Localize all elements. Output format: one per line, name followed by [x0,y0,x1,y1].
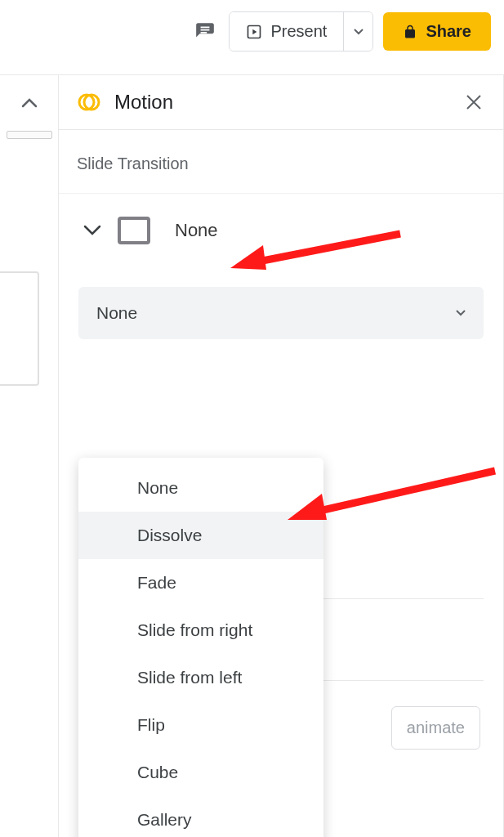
mini-strip [7,131,52,139]
motion-panel: Motion Slide Transition None None animat… [59,75,504,837]
chevron-down-icon [82,220,103,241]
menu-item-none[interactable]: None [78,464,323,512]
present-dropdown-caret[interactable] [343,12,372,51]
main-area: Motion Slide Transition None None animat… [0,75,504,837]
panel-title: Motion [114,91,449,114]
transition-dropdown[interactable]: None [78,287,484,339]
slide-rect-icon [118,217,150,244]
transition-dropdown-menu: NoneDissolveFadeSlide from rightSlide fr… [78,458,323,837]
menu-item-slide-from-right[interactable]: Slide from right [78,606,323,654]
section-label: Slide Transition [59,130,503,194]
menu-item-slide-from-left[interactable]: Slide from left [78,654,323,701]
top-toolbar: Present Share [0,0,504,75]
left-gutter [0,75,59,837]
share-button[interactable]: Share [383,12,491,51]
menu-item-cube[interactable]: Cube [78,749,323,796]
comment-icon[interactable] [191,18,219,46]
panel-header: Motion [59,75,503,130]
menu-item-fade[interactable]: Fade [78,559,323,606]
collapse-button[interactable] [16,90,42,116]
share-label: Share [426,22,471,41]
animate-object-button[interactable]: animate [391,706,480,750]
present-button-group: Present [229,11,373,51]
present-label: Present [270,22,327,41]
current-transition-label: None [175,220,218,241]
close-button[interactable] [462,91,485,114]
menu-item-gallery[interactable]: Gallery [78,796,323,837]
slide-thumbnail[interactable] [0,271,39,386]
close-icon [466,94,482,110]
dropdown-selected-value: None [96,303,137,323]
animate-label: animate [407,718,465,736]
menu-item-dissolve[interactable]: Dissolve [78,512,323,559]
caret-down-icon [456,310,466,316]
lock-icon [403,25,417,39]
present-button[interactable]: Present [230,12,343,51]
chevron-up-icon [21,98,38,108]
motion-icon [77,90,101,114]
transition-row[interactable]: None [59,194,503,267]
menu-item-flip[interactable]: Flip [78,701,323,749]
